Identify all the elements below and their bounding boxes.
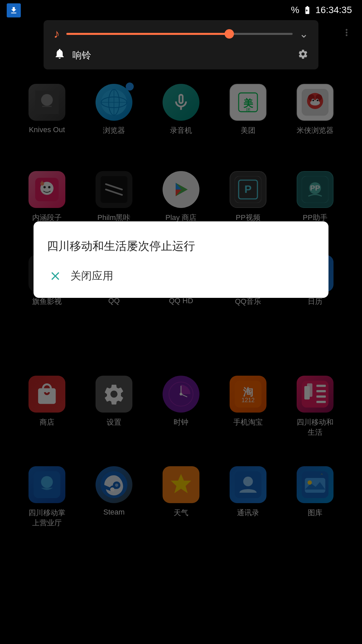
settings-gear-icon[interactable] [298,49,308,62]
volume-row: ♪ ⌄ [54,27,308,41]
dim-overlay [0,0,362,644]
crash-dialog: 四川移动和生活屡次停止运行 关闭应用 [34,221,328,298]
bell-icon [54,48,66,63]
close-app-action[interactable]: 关闭应用 [47,268,315,284]
download-indicator [7,3,21,17]
time-display: 16:34:35 [315,5,352,15]
volume-slider[interactable] [66,33,293,35]
close-icon [47,268,64,284]
ringtone-label: 响铃 [72,49,291,62]
status-bar-right: % 16:34:35 [291,5,352,15]
download-icon [7,3,21,17]
battery-percent: % [291,5,299,15]
close-app-label[interactable]: 关闭应用 [70,269,113,283]
volume-thumb [225,29,234,39]
battery-charging-icon [303,5,312,15]
volume-fill [66,33,229,35]
chevron-down-icon[interactable]: ⌄ [299,28,308,40]
ringtone-row: 响铃 [54,48,308,63]
notification-panel: ♪ ⌄ 响铃 [44,20,318,69]
status-bar: % 16:34:35 [0,0,362,20]
dialog-title: 四川移动和生活屡次停止运行 [47,238,315,254]
music-note-icon: ♪ [54,27,60,41]
